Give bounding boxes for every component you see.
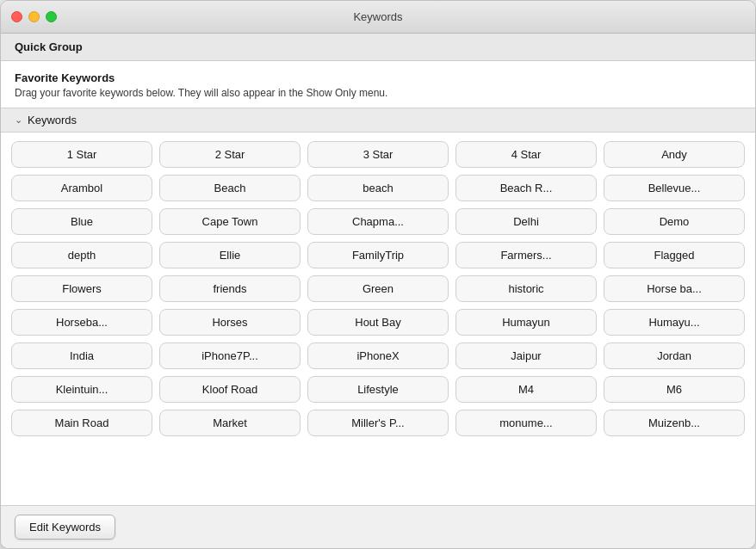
edit-keywords-button[interactable]: Edit Keywords [15,515,115,540]
keyword-tag[interactable]: 4 Star [455,141,597,168]
keyword-tag[interactable]: iPhoneX [307,342,449,369]
traffic-lights [11,11,57,22]
keyword-tag[interactable]: FamilyTrip [307,242,449,268]
keyword-tag[interactable]: Green [307,275,449,302]
maximize-button[interactable] [46,11,57,22]
close-button[interactable] [11,11,22,22]
title-bar: Keywords [1,1,755,34]
keyword-tag[interactable]: Muizenb... [604,410,745,436]
keyword-tag[interactable]: M6 [604,376,745,403]
keyword-tag[interactable]: Farmers... [455,242,597,268]
keyword-tag[interactable]: beach [307,175,449,201]
keyword-tag[interactable]: Ellie [159,242,301,268]
keyword-tag[interactable]: Kloof Road [159,376,301,403]
keyword-tag[interactable]: India [11,342,152,369]
keywords-grid-container: 1 Star2 Star3 Star4 StarAndyArambolBeach… [1,133,755,505]
quick-group-label: Quick Group [1,34,755,61]
keyword-tag[interactable]: Market [159,410,301,436]
keyword-tag[interactable]: Chapma... [307,208,449,235]
keyword-tag[interactable]: Humayu... [604,309,745,336]
keyword-tag[interactable]: Flagged [604,242,745,268]
keyword-tag[interactable]: Beach R... [455,175,597,201]
minimize-button[interactable] [28,11,40,22]
keyword-tag[interactable]: Lifestyle [307,376,449,403]
keyword-tag[interactable]: Jordan [604,342,745,369]
keyword-tag[interactable]: 3 Star [307,141,449,168]
keywords-grid: 1 Star2 Star3 Star4 StarAndyArambolBeach… [11,141,745,436]
keywords-window: Keywords Quick Group Favorite Keywords D… [0,0,756,549]
keyword-tag[interactable]: depth [11,242,152,268]
keyword-tag[interactable]: historic [455,275,597,302]
keyword-tag[interactable]: Horse ba... [604,275,745,302]
keywords-section-header[interactable]: ⌄ Keywords [1,108,755,133]
keyword-tag[interactable]: Delhi [455,208,597,235]
keyword-tag[interactable]: Bellevue... [604,175,745,201]
keyword-tag[interactable]: Horses [159,309,301,336]
keyword-tag[interactable]: M4 [455,376,597,403]
keyword-tag[interactable]: Beach [159,175,301,201]
footer: Edit Keywords [1,505,755,548]
favorite-keywords-title: Favorite Keywords [15,71,741,84]
chevron-down-icon: ⌄ [15,114,22,126]
keyword-tag[interactable]: Blue [11,208,152,235]
keyword-tag[interactable]: friends [159,275,301,302]
keyword-tag[interactable]: Cape Town [159,208,301,235]
favorite-keywords-section: Favorite Keywords Drag your favorite key… [1,61,755,108]
keyword-tag[interactable]: Andy [604,141,745,168]
keyword-tag[interactable]: Horseba... [11,309,152,336]
keyword-tag[interactable]: Hout Bay [307,309,449,336]
keyword-tag[interactable]: Main Road [11,410,152,436]
keyword-tag[interactable]: Jaipur [455,342,597,369]
keyword-tag[interactable]: 1 Star [11,141,152,168]
favorite-keywords-description: Drag your favorite keywords below. They … [15,87,741,99]
keyword-tag[interactable]: Arambol [11,175,152,201]
keyword-tag[interactable]: Humayun [455,309,597,336]
keyword-tag[interactable]: iPhone7P... [159,342,301,369]
keyword-tag[interactable]: Flowers [11,275,152,302]
keywords-header-label: Keywords [28,114,77,126]
keyword-tag[interactable]: Kleintuin... [11,376,152,403]
keyword-tag[interactable]: monume... [455,410,597,436]
keyword-tag[interactable]: Demo [604,208,745,235]
keyword-tag[interactable]: 2 Star [159,141,301,168]
window-title: Keywords [353,10,402,23]
keyword-tag[interactable]: Miller's P... [307,410,449,436]
